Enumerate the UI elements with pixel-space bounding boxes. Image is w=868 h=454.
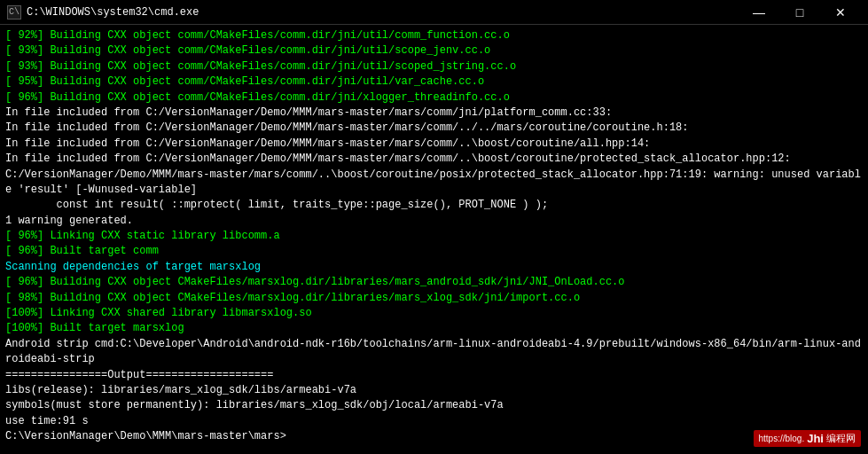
window-controls: — □ ✕ (739, 0, 861, 25)
close-button[interactable]: ✕ (820, 0, 861, 25)
terminal-line: In file included from C:/VersionManager/… (5, 137, 863, 152)
terminal-line: In file included from C:/VersionManager/… (5, 152, 863, 167)
terminal-line: [ 96%] Built target comm (5, 244, 863, 259)
watermark-brand: Jhi (807, 432, 824, 445)
terminal-line: In file included from C:/VersionManager/… (5, 106, 863, 121)
terminal-line: use time:91 s (5, 414, 863, 429)
title-bar: C\ C:\WINDOWS\system32\cmd.exe — □ ✕ (0, 0, 868, 25)
terminal-line: [ 96%] Building CXX object comm/CMakeFil… (5, 90, 863, 106)
maximize-button[interactable]: □ (779, 0, 820, 25)
terminal-line: [100%] Built target marsxlog (5, 321, 863, 336)
terminal: [ 92%] Building CXX object comm/CMakeFil… (0, 25, 868, 454)
watermark-url: https://blog. (759, 434, 805, 443)
minimize-button[interactable]: — (739, 0, 779, 25)
terminal-line: C:/VersionManager/Demo/MMM/mars-master/m… (5, 168, 863, 199)
watermark-suffix: 编程网 (826, 432, 856, 445)
cmd-icon: C\ (7, 5, 21, 20)
terminal-line: const int result( ::mprotect( limit, tra… (5, 198, 863, 213)
terminal-line: Android strip cmd:C:\Developer\Android\a… (5, 337, 863, 368)
terminal-line: [100%] Linking CXX shared library libmar… (5, 306, 863, 321)
terminal-line: [ 95%] Building CXX object comm/CMakeFil… (5, 74, 863, 90)
title-text: C:\WINDOWS\system32\cmd.exe (27, 6, 199, 19)
terminal-line: [ 92%] Building CXX object comm/CMakeFil… (5, 28, 863, 43)
title-bar-left: C\ C:\WINDOWS\system32\cmd.exe (7, 5, 199, 20)
terminal-line: Scanning dependencies of target marsxlog (5, 260, 863, 275)
terminal-line: In file included from C:/VersionManager/… (5, 121, 863, 136)
terminal-line: [ 96%] Linking CXX static library libcom… (5, 229, 863, 244)
terminal-line: 1 warning generated. (5, 214, 863, 229)
terminal-line: libs(release): libraries/mars_xlog_sdk/l… (5, 383, 863, 398)
terminal-line: symbols(must store permanently): librari… (5, 398, 863, 413)
terminal-line: [ 98%] Building CXX object CMakeFiles/ma… (5, 291, 863, 306)
terminal-line: ================Output==================… (5, 368, 863, 383)
terminal-line: [ 93%] Building CXX object comm/CMakeFil… (5, 59, 863, 74)
terminal-line: [ 93%] Building CXX object comm/CMakeFil… (5, 43, 863, 59)
terminal-line: C:\VersionManager\Demo\MMM\mars-master\m… (5, 429, 863, 444)
terminal-line: [ 96%] Building CXX object CMakeFiles/ma… (5, 275, 863, 290)
watermark: https://blog.Jhi编程网 (754, 430, 862, 447)
